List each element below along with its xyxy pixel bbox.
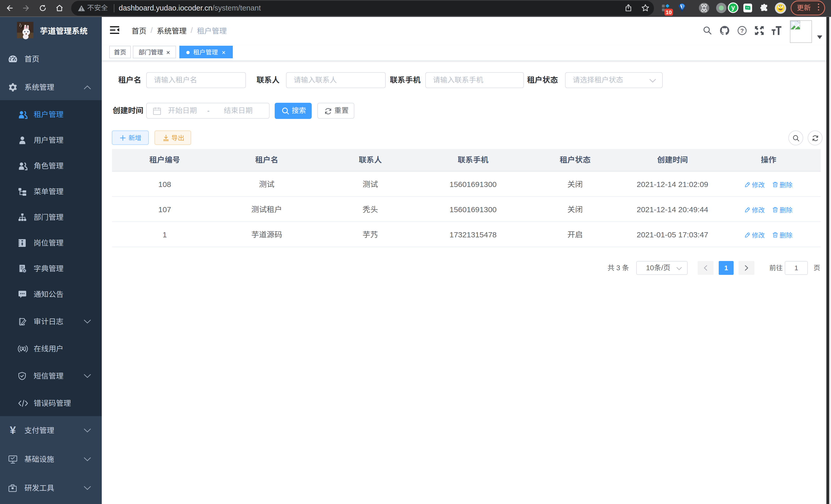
- svg-text:¥: ¥: [10, 424, 16, 436]
- svg-text:?: ?: [740, 28, 744, 34]
- svg-text:y: y: [731, 4, 735, 11]
